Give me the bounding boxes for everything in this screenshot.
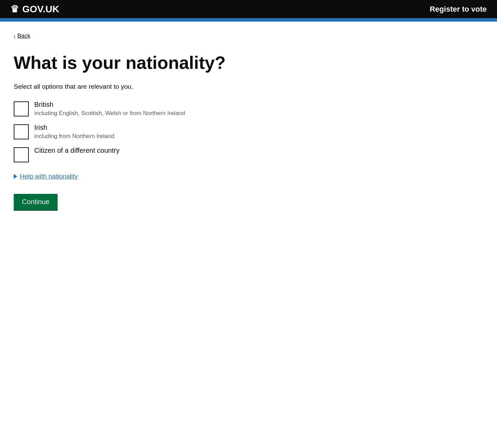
irish-checkbox[interactable] [14, 124, 29, 139]
help-section: Help with nationality [14, 173, 295, 180]
list-item: Citizen of a different country [14, 147, 295, 162]
other-label: Citizen of a different country [34, 147, 120, 154]
irish-label: Irish [34, 124, 114, 132]
help-nationality-link[interactable]: Help with nationality [20, 173, 78, 180]
irish-hint: including from Northern Ireland [34, 133, 114, 140]
british-checkbox[interactable] [14, 101, 29, 116]
british-label-group: British including English, Scottish, Wel… [34, 101, 185, 117]
page-instruction: Select all options that are relevant to … [14, 83, 295, 90]
crown-icon: ♛ [10, 3, 19, 15]
page-heading: What is your nationality? [14, 53, 295, 73]
other-checkbox[interactable] [14, 147, 29, 162]
other-label-group: Citizen of a different country [34, 147, 120, 154]
back-label: Back [17, 33, 31, 39]
continue-button[interactable]: Continue [14, 194, 58, 210]
header-page-title: Register to vote [430, 5, 487, 14]
british-label: British [34, 101, 185, 109]
irish-label-group: Irish including from Northern Ireland [34, 124, 114, 140]
nationality-checkbox-group: British including English, Scottish, Wel… [14, 101, 295, 162]
gov-uk-logo: ♛ GOV.UK [10, 3, 59, 15]
list-item: British including English, Scottish, Wel… [14, 101, 295, 117]
help-triangle-icon [14, 174, 17, 179]
list-item: Irish including from Northern Ireland [14, 124, 295, 140]
progress-bar [0, 18, 497, 22]
logo-text: GOV.UK [22, 4, 59, 15]
back-chevron-icon: ‹ [14, 33, 15, 39]
back-link[interactable]: ‹ Back [14, 33, 30, 39]
main-content: ‹ Back What is your nationality? Select … [0, 22, 308, 231]
site-header: ♛ GOV.UK Register to vote [0, 0, 497, 18]
british-hint: including English, Scottish, Welsh or fr… [34, 110, 185, 117]
